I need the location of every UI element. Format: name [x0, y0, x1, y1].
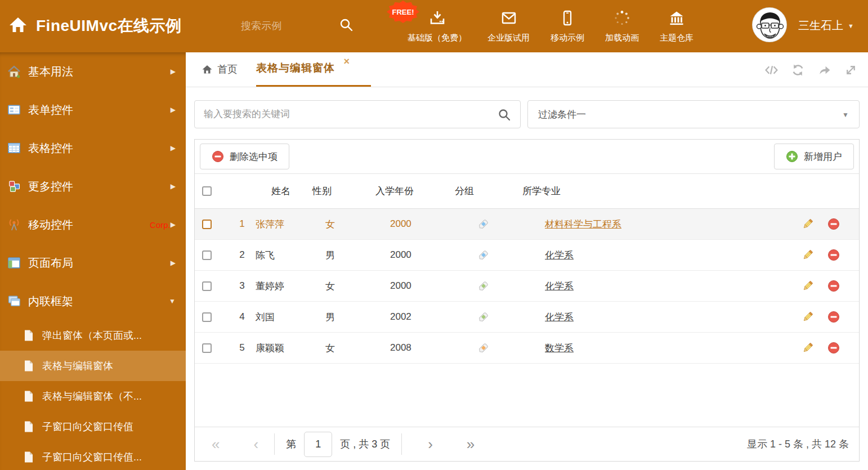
edit-icon[interactable]: [802, 218, 814, 230]
sidebar-item-basic-usage[interactable]: 基本用法 ▶: [0, 52, 186, 91]
delete-icon[interactable]: [827, 249, 840, 261]
tag-icon: [477, 342, 490, 354]
nav-item-mobile-demo[interactable]: 移动示例: [551, 10, 584, 43]
sidebar-subitem-child-to-parent[interactable]: 子窗口向父窗口传值: [0, 411, 186, 442]
row-number: 2: [229, 249, 256, 261]
sidebar-item-label: 基本用法: [28, 64, 171, 79]
filter-dropdown[interactable]: 过滤条件一 ▼: [527, 100, 860, 128]
sidebar-item-mobile-controls[interactable]: 移动控件 Corp. ▶: [0, 205, 186, 244]
nav-label: 移动示例: [551, 33, 584, 43]
bank-icon: [668, 10, 686, 29]
cell-gender: 女: [325, 218, 390, 231]
sidebar-subitem-child-to-parent-2[interactable]: 子窗口向父窗口传值...: [0, 442, 186, 470]
app-screen: FineUIMvc在线示例 基础版（免费） 企业版试用: [0, 0, 868, 470]
last-page-button[interactable]: »: [462, 437, 479, 451]
table-row[interactable]: 5 康颖颖 女 2008 数学系: [195, 333, 859, 364]
row-checkbox[interactable]: [202, 250, 212, 260]
close-icon[interactable]: ×: [343, 56, 350, 66]
edit-icon[interactable]: [802, 311, 814, 323]
edit-icon[interactable]: [802, 342, 814, 354]
delete-icon[interactable]: [827, 218, 840, 230]
phone-icon: [558, 10, 576, 29]
header-search-icon[interactable]: [339, 17, 354, 34]
refresh-icon[interactable]: [791, 63, 805, 79]
sidebar-item-more-controls[interactable]: 更多控件 ▶: [0, 167, 186, 205]
row-number: 3: [229, 280, 256, 292]
next-page-button[interactable]: ›: [423, 437, 437, 451]
user-avatar[interactable]: [752, 7, 787, 42]
chevron-down-icon: ▼: [169, 297, 176, 305]
delete-icon[interactable]: [827, 280, 840, 292]
tab-home[interactable]: 首页: [202, 62, 238, 76]
row-checkbox[interactable]: [202, 281, 212, 291]
search-icon[interactable]: [498, 108, 511, 124]
source-code-icon[interactable]: [764, 63, 778, 79]
nav-label: 主题仓库: [660, 33, 693, 43]
tab-bar: 首页 表格与编辑窗体 ×: [186, 52, 868, 87]
nav-label: 加载动画: [605, 33, 639, 43]
major-link[interactable]: 化学系: [545, 249, 574, 262]
document-icon: [23, 451, 35, 463]
tab-grid-edit-window[interactable]: 表格与编辑窗体 ×: [256, 61, 335, 75]
delete-icon[interactable]: [827, 342, 840, 354]
cell-year: 2000: [390, 218, 477, 230]
edit-icon[interactable]: [802, 249, 814, 261]
table-row[interactable]: 2 陈飞 男 2000 化学系: [195, 240, 859, 271]
add-user-button[interactable]: 新增用户: [774, 144, 854, 169]
download-icon: [428, 10, 446, 29]
document-icon: [23, 360, 35, 372]
table-row[interactable]: 3 董婷婷 女 2000 化学系: [195, 271, 859, 302]
select-all-checkbox[interactable]: [202, 186, 212, 196]
tag-icon: [477, 249, 490, 261]
major-link[interactable]: 化学系: [545, 311, 574, 324]
layout-icon: [7, 256, 21, 270]
sidebar-item-iframe[interactable]: 内联框架 ▼: [0, 282, 186, 320]
first-page-button[interactable]: «: [207, 437, 224, 451]
tag-icon: [477, 218, 490, 230]
table-row[interactable]: 1 张萍萍 女 2000 材料科学与工程系: [195, 209, 859, 240]
nav-item-enterprise-trial[interactable]: 企业版试用: [487, 10, 530, 43]
chevron-right-icon: ▶: [171, 182, 176, 190]
delete-selected-button[interactable]: 删除选中项: [200, 144, 289, 169]
sidebar-item-page-layout[interactable]: 页面布局 ▶: [0, 244, 186, 282]
logo-home-icon[interactable]: [8, 15, 28, 35]
header-search-input[interactable]: [241, 17, 328, 35]
major-link[interactable]: 数学系: [545, 342, 574, 355]
delete-icon[interactable]: [827, 311, 840, 323]
nav-item-theme-repo[interactable]: 主题仓库: [660, 10, 693, 43]
row-number: 4: [229, 311, 256, 323]
row-checkbox[interactable]: [202, 220, 212, 229]
table-row[interactable]: 4 刘国 男 2002 化学系: [195, 302, 859, 333]
add-user-label: 新增用户: [804, 150, 842, 163]
document-icon: [23, 390, 35, 402]
row-checkbox[interactable]: [202, 343, 212, 353]
chevron-down-icon: ▼: [848, 23, 854, 29]
major-link[interactable]: 材料科学与工程系: [545, 218, 621, 231]
share-icon[interactable]: [817, 63, 831, 79]
active-tab-underline: [256, 85, 371, 87]
expand-icon[interactable]: [844, 63, 858, 79]
page-number-input[interactable]: [304, 432, 332, 457]
nav-item-basic-edition[interactable]: 基础版（免费）: [408, 10, 467, 43]
keyword-search-input[interactable]: [195, 101, 486, 128]
app-header: FineUIMvc在线示例 基础版（免费） 企业版试用: [0, 0, 868, 52]
divider: [401, 433, 402, 455]
edit-icon[interactable]: [802, 280, 814, 292]
column-header-year: 入学年份: [372, 185, 455, 198]
nav-item-loading-animation[interactable]: 加载动画: [605, 10, 639, 43]
cell-gender: 女: [325, 342, 390, 355]
prev-page-button[interactable]: ‹: [249, 437, 263, 451]
sidebar-item-grid-controls[interactable]: 表格控件 ▶: [0, 129, 186, 167]
row-checkbox[interactable]: [202, 312, 212, 322]
major-link[interactable]: 化学系: [545, 280, 574, 293]
tag-icon: [477, 280, 490, 292]
sidebar-item-form-controls[interactable]: 表单控件 ▶: [0, 91, 186, 129]
minus-circle-icon: [212, 150, 224, 163]
page-label-prefix: 第: [286, 437, 296, 451]
sidebar-subitem-grid-edit-window-2[interactable]: 表格与编辑窗体（不...: [0, 381, 186, 411]
sidebar-subitem-grid-edit-window[interactable]: 表格与编辑窗体: [0, 351, 186, 381]
column-header-name: 姓名: [256, 185, 310, 198]
sidebar-subitem-popup-window[interactable]: 弹出窗体（本页面或...: [0, 320, 186, 351]
chevron-down-icon: ▼: [842, 111, 849, 119]
user-menu[interactable]: 三生石上 ▼: [798, 18, 854, 33]
